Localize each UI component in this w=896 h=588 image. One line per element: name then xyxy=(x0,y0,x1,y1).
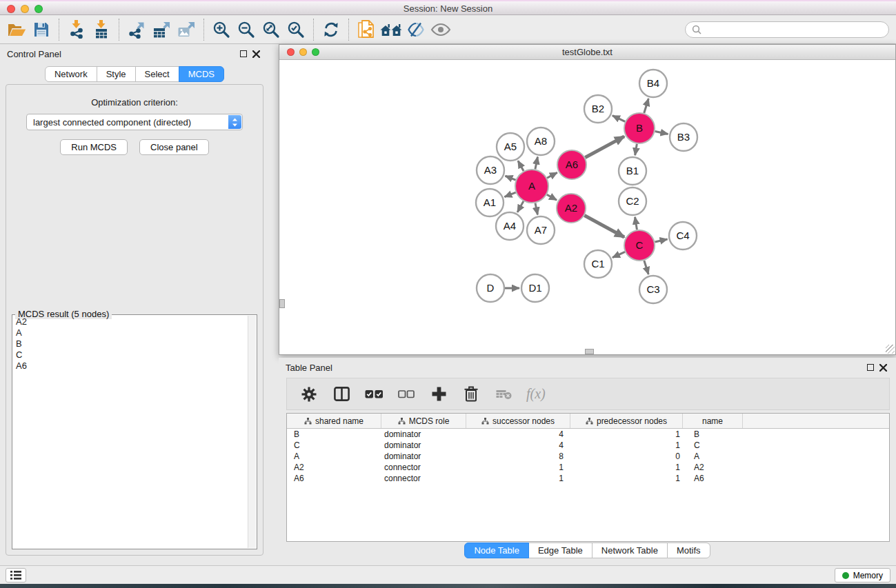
zoom-fit-button[interactable] xyxy=(259,17,283,42)
mcds-result-item[interactable]: B xyxy=(13,338,247,349)
network-window-title: testGlobe.txt xyxy=(279,47,895,57)
network-edge-A-A7[interactable] xyxy=(535,203,537,214)
table-delete-column-button[interactable] xyxy=(461,384,481,405)
mcds-result-item[interactable]: A2 xyxy=(13,316,247,327)
column-header-name[interactable]: name xyxy=(683,414,743,428)
network-edge-A-A1[interactable] xyxy=(504,192,515,196)
network-edge-A-A4[interactable] xyxy=(517,201,524,212)
table-add-column-button[interactable] xyxy=(429,384,448,405)
network-from-file-button[interactable] xyxy=(354,17,379,42)
network-edge-A2-C[interactable] xyxy=(584,216,624,237)
import-table-button[interactable] xyxy=(89,17,114,42)
save-session-button[interactable] xyxy=(29,17,54,42)
table-deselect-all-button[interactable] xyxy=(397,384,416,405)
zoom-out-button[interactable] xyxy=(234,17,259,42)
table-toolbar: f(x) xyxy=(286,378,890,410)
network-node-label: C4 xyxy=(676,230,689,241)
import-network-button[interactable] xyxy=(64,17,89,42)
network-edge-A-A5[interactable] xyxy=(518,161,524,171)
table-cell: A xyxy=(683,452,743,461)
result-list-scrollbar[interactable] xyxy=(248,316,256,548)
table-cell: C xyxy=(683,440,743,450)
export-network-icon xyxy=(128,21,146,39)
network-edge-A-A2[interactable] xyxy=(547,194,557,200)
column-header-predecessor-nodes[interactable]: predecessor nodes xyxy=(570,414,683,428)
table-cell: 1 xyxy=(570,440,683,450)
table-row[interactable]: A6connector11A6 xyxy=(287,473,889,484)
network-edge-B-B2[interactable] xyxy=(613,116,625,122)
control-panel-close-button[interactable] xyxy=(250,48,262,59)
table-select-all-button[interactable] xyxy=(364,384,384,405)
table-panel-float-button[interactable] xyxy=(864,362,877,373)
memory-button[interactable]: Memory xyxy=(835,568,890,582)
network-edge-C-C2[interactable] xyxy=(635,217,637,230)
table-row[interactable]: Cdominator41C xyxy=(287,440,889,451)
network-edge-A6-B[interactable] xyxy=(585,136,624,158)
table-row[interactable]: A2connector11A2 xyxy=(287,462,889,473)
network-edge-B-B4[interactable] xyxy=(644,99,648,113)
tab-node-table[interactable]: Node Table xyxy=(464,543,529,558)
window-title: Session: New Session xyxy=(0,3,896,14)
table-panel-close-button[interactable] xyxy=(877,362,889,373)
mcds-result-item[interactable]: A xyxy=(13,327,247,338)
show-details-button[interactable] xyxy=(428,17,453,42)
mcds-result-item[interactable]: A6 xyxy=(13,361,247,372)
criterion-dropdown[interactable]: largest connected component (directed) xyxy=(26,114,243,130)
toolbar-separator xyxy=(203,19,204,41)
table-cell: 0 xyxy=(570,452,683,461)
zoom-selected-button[interactable] xyxy=(283,17,308,42)
tab-style[interactable]: Style xyxy=(97,66,136,82)
network-node-label: C1 xyxy=(591,258,604,270)
tab-select[interactable]: Select xyxy=(135,66,179,82)
network-edge-B-B3[interactable] xyxy=(655,132,668,134)
export-network-button[interactable] xyxy=(124,17,149,42)
table-cell: A6 xyxy=(683,474,743,483)
network-node-label: B4 xyxy=(647,77,659,89)
network-edge-C-C4[interactable] xyxy=(655,239,667,242)
zoom-in-button[interactable] xyxy=(209,17,234,42)
table-row[interactable]: Adominator80A xyxy=(287,451,889,462)
network-horizontal-scroll-thumb[interactable] xyxy=(585,349,594,354)
zoom-in-icon xyxy=(212,21,230,39)
table-settings-button[interactable] xyxy=(299,384,319,405)
table-row[interactable]: Bdominator41B xyxy=(287,429,889,440)
network-node-label: B xyxy=(636,122,643,134)
refresh-button[interactable] xyxy=(319,17,344,42)
column-header-shared-name[interactable]: shared name xyxy=(287,414,381,428)
tab-network-table[interactable]: Network Table xyxy=(592,543,668,558)
network-resize-grip[interactable] xyxy=(886,345,895,354)
export-table-button[interactable] xyxy=(149,17,174,42)
table-split-view-button[interactable] xyxy=(332,384,351,405)
search-input[interactable] xyxy=(705,25,882,35)
trash-icon xyxy=(464,386,478,402)
column-header-successor-nodes[interactable]: successor nodes xyxy=(466,414,570,428)
close-panel-button[interactable]: Close panel xyxy=(139,139,209,155)
open-session-button[interactable] xyxy=(4,17,29,42)
table-cell: dominator xyxy=(381,440,466,450)
run-mcds-button[interactable]: Run MCDS xyxy=(60,139,128,155)
network-edge-A-A6[interactable] xyxy=(547,172,557,178)
table-cell: C xyxy=(287,440,381,450)
task-history-button[interactable] xyxy=(6,568,26,582)
network-edge-B-B1[interactable] xyxy=(635,144,637,156)
optimization-criterion-label: Optimization criterion: xyxy=(6,97,263,108)
tab-motifs[interactable]: Motifs xyxy=(667,543,710,558)
network-edge-A-A8[interactable] xyxy=(535,157,538,170)
column-header-mcds-role[interactable]: MCDS role xyxy=(381,414,466,428)
delete-table-icon xyxy=(496,388,512,400)
tab-mcds[interactable]: MCDS xyxy=(179,66,224,82)
network-vertical-scroll-thumb[interactable] xyxy=(279,299,285,308)
tab-edge-table[interactable]: Edge Table xyxy=(528,543,593,558)
network-edge-C-C3[interactable] xyxy=(644,261,648,274)
plus-icon xyxy=(432,387,446,401)
network-canvas[interactable]: B4B2BB3A8A5A6A3B1AC2A1A2A4A7C4CC1DD1C3 xyxy=(279,60,895,355)
mcds-result-item[interactable]: C xyxy=(13,349,247,361)
export-image-icon xyxy=(177,21,196,39)
control-panel-float-button[interactable] xyxy=(237,48,250,59)
export-image-button[interactable] xyxy=(174,17,199,42)
network-edge-C-C1[interactable] xyxy=(613,252,625,257)
home-button[interactable] xyxy=(379,17,404,42)
network-edge-A-A3[interactable] xyxy=(505,176,515,180)
hide-details-button[interactable] xyxy=(404,17,428,42)
tab-network[interactable]: Network xyxy=(45,66,97,82)
